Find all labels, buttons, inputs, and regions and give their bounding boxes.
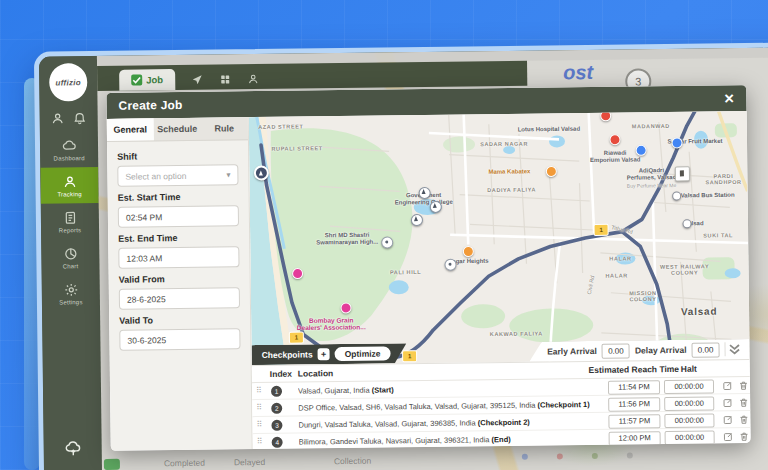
- halt-input[interactable]: 00:00:00: [665, 430, 715, 445]
- map-marker-whitearrow[interactable]: [430, 201, 442, 213]
- map-marker-pink[interactable]: [292, 268, 303, 279]
- map-marker-orange[interactable]: [546, 166, 557, 177]
- map-label: Buy Perfume Near Me: [627, 183, 677, 189]
- reach-time-input[interactable]: 12:00 PM: [609, 431, 661, 446]
- map-marker-graydot[interactable]: [672, 191, 681, 200]
- create-job-modal: Create Job ✕ GeneralScheduleRule Shift S…: [106, 85, 750, 451]
- valid-to-input[interactable]: 30-6-2025: [119, 328, 240, 350]
- map-marker-red[interactable]: [600, 111, 611, 121]
- map-label: AZAD STREET: [258, 123, 303, 130]
- field-valid-from: Valid From 28-6-2025: [119, 273, 240, 309]
- index-badge: 1: [271, 385, 282, 396]
- add-checkpoint-button[interactable]: +: [318, 348, 330, 360]
- sidebar-item-label: Tracking: [57, 191, 81, 197]
- location-text: Dungri, Valsad Taluka, Valsad, Gujarat, …: [298, 416, 602, 429]
- sidebar-item-label: Chart: [63, 263, 79, 269]
- map-label: RiawadiEmporium Valsad: [590, 149, 641, 163]
- field-est-start-time: Est. Start Time 02:54 PM: [118, 191, 239, 227]
- map-label: SADAR NAGAR: [480, 141, 528, 148]
- tab-rule[interactable]: Rule: [201, 117, 248, 140]
- optimize-button[interactable]: Optimize: [335, 346, 391, 361]
- tab-job-label: Job: [146, 74, 163, 85]
- cloud-upload-icon[interactable]: [64, 440, 81, 457]
- edit-icon[interactable]: [722, 414, 733, 425]
- reach-time-input[interactable]: 11:57 PM: [608, 414, 660, 429]
- map-marker-dark[interactable]: [254, 165, 269, 180]
- map-label: RUPALI STREET: [271, 145, 322, 152]
- sidebar-item-reports[interactable]: Reports: [41, 203, 99, 240]
- map-label: PARDISANDHPOR: [705, 173, 741, 186]
- sidebar-item-dashboard[interactable]: Dashboard: [40, 131, 98, 168]
- sidebar-item-tracking[interactable]: Tracking: [40, 167, 98, 204]
- valid-from-input[interactable]: 28-6-2025: [119, 287, 240, 309]
- delay-arrival-input[interactable]: 0.00: [691, 342, 719, 357]
- reach-time-input[interactable]: 11:54 PM: [608, 380, 660, 395]
- map-label: Bombay GrainDealers' Association...: [297, 316, 366, 332]
- early-arrival-input[interactable]: 0.00: [602, 343, 630, 358]
- map-marker-building[interactable]: [675, 166, 690, 181]
- route-shield: 1: [594, 224, 609, 236]
- trash-icon[interactable]: [739, 431, 750, 442]
- sidebar-nav: Dashboard Tracking Reports Chart Setting…: [40, 131, 100, 312]
- legend-chip: [104, 459, 120, 470]
- drag-handle-icon[interactable]: ⠿: [256, 403, 262, 412]
- halt-input[interactable]: 00:00:00: [664, 379, 714, 394]
- map-label: KAKWAD FALIYA: [490, 330, 543, 337]
- field-label: Valid From: [119, 273, 240, 284]
- halt-input[interactable]: 00:00:00: [664, 413, 714, 428]
- app-logo[interactable]: uffizio: [49, 63, 87, 101]
- tab-general[interactable]: General: [107, 118, 154, 141]
- reach-time-input[interactable]: 11:56 PM: [608, 397, 660, 412]
- background-partial-text: ost: [563, 61, 593, 84]
- map-marker-whitedot[interactable]: [444, 259, 456, 271]
- map-label: Tithal Rd: [611, 224, 634, 235]
- route-shield: 1: [402, 350, 417, 362]
- grid-icon[interactable]: [219, 73, 231, 85]
- map-label: HALAR: [605, 272, 627, 279]
- edit-icon[interactable]: [723, 431, 734, 442]
- map-marker-whitedot[interactable]: [381, 236, 393, 248]
- tab-job[interactable]: Job: [119, 69, 175, 91]
- edit-icon[interactable]: [722, 380, 733, 391]
- map-marker-orange[interactable]: [463, 246, 474, 257]
- trash-icon[interactable]: [738, 380, 749, 391]
- early-arrival-label: Early Arrival: [547, 346, 597, 357]
- field-label: Est. End Time: [118, 232, 239, 243]
- trash-icon[interactable]: [738, 414, 749, 425]
- map-marker-graydot[interactable]: [682, 219, 691, 228]
- navigate-icon[interactable]: [191, 74, 203, 86]
- chevron-double-down-icon[interactable]: [724, 342, 743, 356]
- cloud-icon: [61, 138, 76, 153]
- map-label: Shri MD ShastriSwaminarayan High...: [316, 232, 378, 247]
- drag-handle-icon[interactable]: ⠿: [256, 420, 262, 429]
- map-overlay: AZAD STREETRUPALI STREETSADAR NAGARMADAN…: [249, 111, 750, 365]
- map-marker-pink[interactable]: [340, 302, 351, 313]
- map-marker-red[interactable]: [609, 134, 620, 145]
- trash-icon[interactable]: [738, 397, 749, 408]
- drag-handle-icon[interactable]: ⠿: [257, 437, 263, 446]
- sidebar-item-chart[interactable]: Chart: [41, 239, 99, 276]
- gear-icon: [63, 282, 78, 297]
- drag-handle-icon[interactable]: ⠿: [256, 386, 262, 395]
- edit-icon[interactable]: [722, 397, 733, 408]
- map-marker-whitearrow[interactable]: [419, 187, 431, 199]
- driver-icon[interactable]: [247, 73, 259, 85]
- map-label: DADIYA FALIYA: [487, 186, 536, 193]
- map-label: Lotus Hospital Valsad: [518, 126, 580, 134]
- checkpoints-bar: Checkpoints + Optimize: [251, 343, 406, 365]
- tab-schedule[interactable]: Schedule: [154, 118, 201, 141]
- est-end-time-input[interactable]: 12:03 AM: [118, 246, 239, 268]
- route-map[interactable]: AZAD STREETRUPALI STREETSADAR NAGARMADAN…: [249, 111, 750, 365]
- map-marker-whitearrow[interactable]: [411, 214, 423, 226]
- halt-input[interactable]: 00:00:00: [664, 396, 714, 411]
- close-icon[interactable]: ✕: [724, 92, 735, 105]
- report-icon: [62, 210, 77, 225]
- index-badge: 3: [271, 419, 282, 430]
- checkpoints-label: Checkpoints: [262, 349, 313, 360]
- est-start-time-input[interactable]: 02:54 PM: [118, 205, 239, 227]
- sidebar-item-settings[interactable]: Settings: [42, 275, 100, 312]
- map-marker-blue[interactable]: [671, 137, 682, 148]
- map-label: HALAR: [609, 255, 631, 262]
- shift-input[interactable]: Select an option▾: [117, 164, 238, 186]
- map-marker-blue[interactable]: [636, 145, 647, 156]
